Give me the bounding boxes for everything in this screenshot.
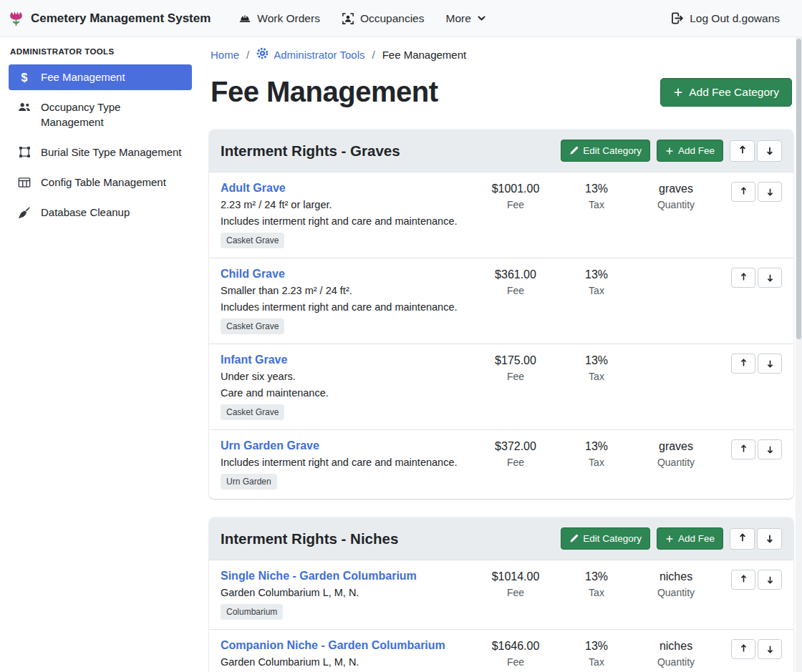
fee-name-link[interactable]: Infant Grave [221,354,287,366]
arrow-down-icon [765,188,775,197]
fee-amount-column: $1001.00 Fee [469,182,562,210]
quantity-label: Quantity [631,587,721,598]
sidebar-item-database-cleanup[interactable]: Database Cleanup [9,200,192,225]
add-fee-button[interactable]: Add Fee [657,527,723,550]
fee-info: Companion Niche - Garden Columbarium Gar… [221,639,469,672]
fee-description: Includes interment right and care and ma… [221,215,463,227]
quantity-value: graves [631,182,721,195]
fee-amount-label: Fee [469,656,562,668]
quantity-value: niches [631,640,721,653]
fee-descriptions: Garden Columbarium L, M, N. [221,656,463,668]
move-category-up-button[interactable] [730,140,755,162]
page-header: Fee Management Add Fee Category [211,76,792,108]
move-category-up-button[interactable] [730,528,755,550]
sidebar-item-fee-management[interactable]: $ Fee Management [9,64,192,90]
move-fee-up-button[interactable] [731,182,755,202]
tax-label: Tax [562,656,631,668]
fee-description: Care and maintenance. [221,387,463,399]
category-reorder-controls [730,140,782,162]
add-fee-category-label: Add Fee Category [689,86,779,99]
move-fee-down-button[interactable] [758,268,782,288]
move-fee-down-button[interactable] [758,354,782,374]
move-fee-down-button[interactable] [758,570,782,590]
move-fee-up-button[interactable] [731,639,755,659]
main-content: Home / Administrator Tools / Fee Managem… [200,37,802,672]
nav-item-occupancies[interactable]: Occupancies [332,6,434,31]
sidebar-item-config-table-management[interactable]: Config Table Management [9,170,192,195]
fee-amount-column: $372.00 Fee [469,439,562,468]
sidebar-item-burial-site-type-management[interactable]: Burial Site Type Management [9,140,192,165]
edit-category-label: Edit Category [583,145,642,156]
move-fee-up-button[interactable] [731,439,755,459]
fee-amount: $1646.00 [469,640,562,653]
add-fee-label: Add Fee [678,533,715,544]
edit-category-button[interactable]: Edit Category [561,140,650,162]
edit-category-label: Edit Category [583,533,642,544]
arrow-up-icon [739,358,748,369]
arrow-down-icon [765,534,775,544]
fee-amount-label: Fee [469,587,562,598]
quantity-column: niches Quantity [631,639,721,668]
nav-item-more[interactable]: More [437,6,496,31]
breadcrumb-admin-tools-link[interactable]: Administrator Tools [256,47,364,62]
breadcrumb-separator: / [246,49,249,61]
breadcrumb-admin-label: Administrator Tools [274,49,364,61]
move-fee-down-button[interactable] [758,439,782,459]
top-navbar: Cemetery Management System Work Orders O… [0,0,802,37]
fee-amount-label: Fee [469,371,562,382]
fee-type-badge: Casket Grave [221,233,284,248]
tax-value: 13% [562,268,631,281]
fee-name-link[interactable]: Urn Garden Grave [221,439,319,452]
tax-label: Tax [562,457,631,468]
move-fee-up-button[interactable] [731,268,755,288]
logout-button[interactable]: Log Out d.gowans [661,6,789,31]
fee-description: Smaller than 2.23 m² / 24 ft². [221,285,463,296]
nav-item-label: Occupancies [360,12,425,25]
sidebar-item-label: Fee Management [41,70,125,84]
tulip-icon [7,9,25,27]
category-title: Interment Rights - Graves [221,142,400,160]
tax-column: 13% Tax [562,268,631,296]
sidebar-item-label: Occupancy Type Management [41,100,183,130]
fee-info: Urn Garden Grave Includes interment righ… [221,439,469,490]
fee-amount: $1001.00 [469,182,562,195]
fee-reorder-controls [731,268,782,288]
scrollbar-thumb[interactable] [796,39,801,339]
fee-name-link[interactable]: Adult Grave [221,182,286,195]
fees-list: Adult Grave 2.23 m² / 24 ft² or larger.I… [209,172,793,499]
move-fee-up-button[interactable] [731,570,755,590]
category-header: Interment Rights - Niches Edit Category … [209,517,793,560]
tax-value: 13% [562,182,631,195]
fee-name-link[interactable]: Single Niche - Garden Columbarium [221,570,417,583]
plus-icon [665,147,674,155]
tax-value: 13% [562,354,631,367]
tax-label: Tax [562,199,631,210]
sidebar-item-occupancy-type-management[interactable]: Occupancy Type Management [9,94,192,135]
move-category-down-button[interactable] [757,528,782,550]
fee-name-link[interactable]: Child Grave [221,268,285,281]
pencil-icon [569,534,579,543]
move-category-down-button[interactable] [757,140,782,162]
fee-amount: $1014.00 [469,570,562,583]
scrollbar-track[interactable] [796,37,802,672]
move-fee-down-button[interactable] [758,639,782,659]
nav-item-work-orders[interactable]: Work Orders [229,6,329,31]
move-fee-up-button[interactable] [731,354,755,374]
move-fee-down-button[interactable] [758,182,782,202]
fee-name-link[interactable]: Companion Niche - Garden Columbarium [221,639,445,652]
fee-amount: $372.00 [469,440,562,453]
fee-info: Infant Grave Under six years.Care and ma… [221,354,469,420]
add-fee-button[interactable]: Add Fee [657,140,723,162]
brand-link[interactable]: Cemetery Management System [7,9,211,27]
breadcrumb-separator: / [372,49,375,61]
brand-title: Cemetery Management System [31,11,211,26]
tax-value: 13% [562,440,631,453]
fee-amount-column: $1646.00 Fee [469,639,562,668]
edit-category-button[interactable]: Edit Category [561,527,650,550]
breadcrumb-home-link[interactable]: Home [211,49,239,61]
tax-label: Tax [562,371,631,382]
add-fee-category-button[interactable]: Add Fee Category [660,78,792,107]
fee-amount-column: $1014.00 Fee [469,570,562,598]
arrow-down-icon [765,359,775,369]
sidebar-header: ADMINISTRATOR TOOLS [10,47,190,56]
